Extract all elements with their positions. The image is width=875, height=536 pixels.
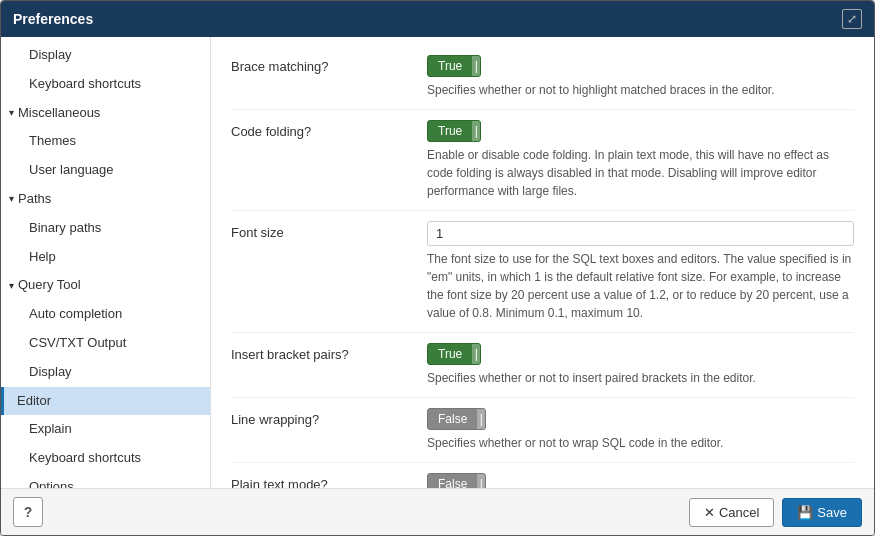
pref-row-font-size: Font size The font size to use for the S…	[231, 211, 854, 333]
save-button[interactable]: 💾 Save	[782, 498, 862, 527]
sidebar-group-query-tool[interactable]: ▾ Query Tool	[1, 271, 210, 300]
expand-arrow-icon: ▾	[9, 191, 14, 207]
sidebar-item-explain[interactable]: Explain	[1, 415, 210, 444]
toggle-brace-matching[interactable]: True |	[427, 55, 481, 77]
toggle-plain-text-mode[interactable]: False |	[427, 473, 486, 488]
help-label: ?	[24, 504, 33, 520]
expand-button[interactable]: ⤢	[842, 9, 862, 29]
pref-control-insert-bracket-pairs: True | Specifies whether or not to inser…	[427, 343, 854, 387]
toggle-line-wrapping[interactable]: False |	[427, 408, 486, 430]
sidebar-item-display-query[interactable]: Display	[1, 358, 210, 387]
content-scroll: Brace matching? True | Specifies whether…	[211, 37, 874, 488]
pref-desc-code-folding: Enable or disable code folding. In plain…	[427, 146, 854, 200]
title-bar: Preferences ⤢	[1, 1, 874, 37]
font-size-input[interactable]	[427, 221, 854, 246]
cancel-button[interactable]: ✕ Cancel	[689, 498, 774, 527]
preferences-dialog: Preferences ⤢ Display Keyboard shortcuts…	[0, 0, 875, 536]
toggle-line-wrapping-label: False	[428, 409, 477, 429]
dialog-title: Preferences	[13, 11, 93, 27]
pref-row-code-folding: Code folding? True | Enable or disable c…	[231, 110, 854, 211]
pref-desc-font-size: The font size to use for the SQL text bo…	[427, 250, 854, 322]
pref-label-insert-bracket-pairs: Insert bracket pairs?	[231, 343, 411, 362]
pref-desc-line-wrapping: Specifies whether or not to wrap SQL cod…	[427, 434, 854, 452]
sidebar-item-csv-txt-output[interactable]: CSV/TXT Output	[1, 329, 210, 358]
pref-control-font-size: The font size to use for the SQL text bo…	[427, 221, 854, 322]
sidebar-group-paths[interactable]: ▾ Paths	[1, 185, 210, 214]
pref-row-line-wrapping: Line wrapping? False | Specifies whether…	[231, 398, 854, 463]
pref-desc-insert-bracket-pairs: Specifies whether or not to insert paire…	[427, 369, 854, 387]
sidebar-item-auto-completion[interactable]: Auto completion	[1, 300, 210, 329]
toggle-code-folding-indicator: |	[472, 121, 480, 141]
toggle-brace-matching-indicator: |	[472, 56, 480, 76]
sidebar-item-user-language[interactable]: User language	[1, 156, 210, 185]
content-area: Brace matching? True | Specifies whether…	[211, 37, 874, 488]
save-icon: 💾	[797, 505, 813, 520]
pref-control-plain-text-mode: False | When set to True, keywords wont …	[427, 473, 854, 488]
pref-label-code-folding: Code folding?	[231, 120, 411, 139]
expand-arrow-icon: ▾	[9, 105, 14, 121]
expand-arrow-icon: ▾	[9, 278, 14, 294]
sidebar-item-keyboard-shortcuts[interactable]: Keyboard shortcuts	[1, 70, 210, 99]
pref-label-font-size: Font size	[231, 221, 411, 240]
cancel-label: Cancel	[719, 505, 759, 520]
sidebar-item-options[interactable]: Options	[1, 473, 210, 488]
pref-row-brace-matching: Brace matching? True | Specifies whether…	[231, 45, 854, 110]
toggle-code-folding-label: True	[428, 121, 472, 141]
pref-control-code-folding: True | Enable or disable code folding. I…	[427, 120, 854, 200]
sidebar-item-binary-paths[interactable]: Binary paths	[1, 214, 210, 243]
sidebar-group-miscellaneous[interactable]: ▾ Miscellaneous	[1, 99, 210, 128]
toggle-plain-text-mode-indicator: |	[477, 474, 485, 488]
toggle-line-wrapping-indicator: |	[477, 409, 485, 429]
pref-label-brace-matching: Brace matching?	[231, 55, 411, 74]
pref-label-plain-text-mode: Plain text mode?	[231, 473, 411, 488]
footer-buttons: ✕ Cancel 💾 Save	[689, 498, 862, 527]
pref-control-brace-matching: True | Specifies whether or not to highl…	[427, 55, 854, 99]
sidebar-item-help[interactable]: Help	[1, 243, 210, 272]
toggle-plain-text-mode-label: False	[428, 474, 477, 488]
sidebar-item-themes[interactable]: Themes	[1, 127, 210, 156]
save-label: Save	[817, 505, 847, 520]
sidebar-item-keyboard-shortcuts-query[interactable]: Keyboard shortcuts	[1, 444, 210, 473]
toggle-insert-bracket-pairs[interactable]: True |	[427, 343, 481, 365]
main-content: Display Keyboard shortcuts ▾ Miscellaneo…	[1, 37, 874, 488]
pref-control-line-wrapping: False | Specifies whether or not to wrap…	[427, 408, 854, 452]
pref-row-plain-text-mode: Plain text mode? False | When set to Tru…	[231, 463, 854, 488]
toggle-insert-bracket-pairs-indicator: |	[472, 344, 480, 364]
sidebar-item-display[interactable]: Display	[1, 41, 210, 70]
help-button[interactable]: ?	[13, 497, 43, 527]
pref-row-insert-bracket-pairs: Insert bracket pairs? True | Specifies w…	[231, 333, 854, 398]
toggle-insert-bracket-pairs-label: True	[428, 344, 472, 364]
toggle-code-folding[interactable]: True |	[427, 120, 481, 142]
cancel-icon: ✕	[704, 505, 715, 520]
pref-desc-brace-matching: Specifies whether or not to highlight ma…	[427, 81, 854, 99]
footer: ? ✕ Cancel 💾 Save	[1, 488, 874, 535]
sidebar-item-editor[interactable]: Editor	[1, 387, 210, 416]
sidebar: Display Keyboard shortcuts ▾ Miscellaneo…	[1, 37, 211, 488]
toggle-brace-matching-label: True	[428, 56, 472, 76]
pref-label-line-wrapping: Line wrapping?	[231, 408, 411, 427]
